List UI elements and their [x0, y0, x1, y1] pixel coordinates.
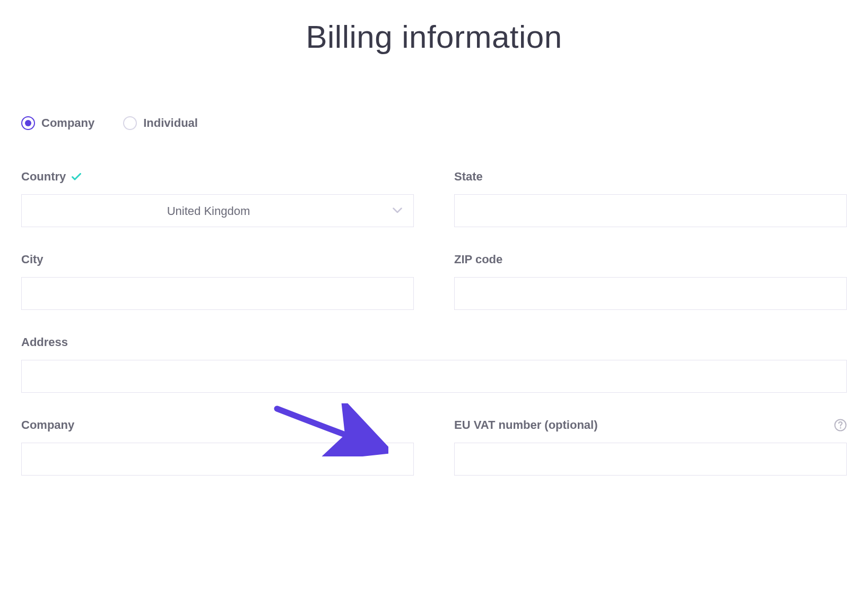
field-company: Company [21, 418, 414, 476]
city-input[interactable] [21, 277, 414, 310]
checkmark-icon [71, 171, 82, 182]
country-select-wrapper: United Kingdom [21, 194, 414, 227]
field-country: Country United Kingdom [21, 170, 414, 227]
field-vat: EU VAT number (optional) [454, 418, 847, 476]
label-state: State [454, 170, 483, 184]
field-state: State [454, 170, 847, 227]
billing-form-grid: Country United Kingdom State [21, 170, 847, 476]
label-company: Company [21, 418, 74, 432]
radio-circle-icon [123, 116, 137, 130]
company-input[interactable] [21, 443, 414, 476]
svg-point-1 [840, 427, 841, 429]
radio-option-company[interactable]: Company [21, 116, 94, 130]
help-icon[interactable] [834, 419, 847, 431]
field-zip: ZIP code [454, 253, 847, 310]
vat-input[interactable] [454, 443, 847, 476]
label-vat: EU VAT number (optional) [454, 418, 598, 432]
radio-circle-icon [21, 116, 35, 130]
label-city: City [21, 253, 44, 266]
zip-input[interactable] [454, 277, 847, 310]
radio-dot-icon [25, 120, 31, 126]
label-zip: ZIP code [454, 253, 502, 266]
label-country: Country [21, 170, 66, 184]
label-address: Address [21, 335, 68, 349]
radio-label-company: Company [41, 116, 94, 130]
country-select[interactable]: United Kingdom [21, 194, 414, 227]
radio-label-individual: Individual [143, 116, 198, 130]
account-type-radio-group: Company Individual [21, 116, 847, 130]
field-city: City [21, 253, 414, 310]
page-title: Billing information [21, 19, 847, 55]
address-input[interactable] [21, 360, 847, 393]
field-address: Address [21, 335, 847, 393]
radio-option-individual[interactable]: Individual [123, 116, 198, 130]
state-input[interactable] [454, 194, 847, 227]
